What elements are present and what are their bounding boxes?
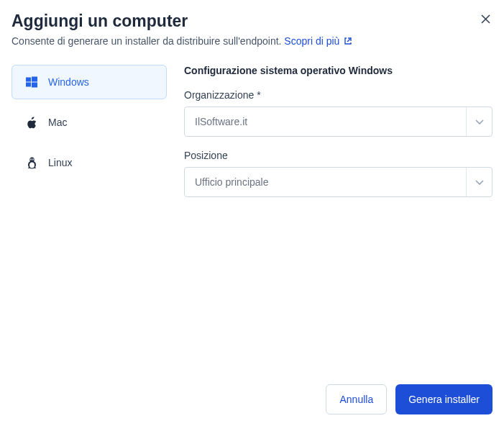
organization-value: IlSoftware.it <box>195 116 247 127</box>
dialog-body: Windows Mac <box>12 65 492 376</box>
position-value: Ufficio principale <box>195 176 268 188</box>
tab-label: Mac <box>48 117 67 128</box>
add-computer-dialog: Aggiungi un computer Consente di generar… <box>0 0 504 426</box>
close-icon <box>481 14 490 24</box>
os-tabs: Windows Mac <box>12 65 167 376</box>
svg-rect-6 <box>32 83 37 88</box>
tab-label: Linux <box>48 157 72 168</box>
learn-more-link[interactable]: Scopri di più <box>284 35 352 47</box>
svg-point-12 <box>31 159 32 160</box>
section-title: Configurazione sistema operativo Windows <box>184 65 492 76</box>
tab-mac[interactable]: Mac <box>12 105 167 140</box>
organization-select[interactable]: IlSoftware.it <box>184 106 492 137</box>
subtitle-text: Consente di generare un installer da dis… <box>12 35 281 47</box>
cancel-button[interactable]: Annulla <box>326 384 387 414</box>
generate-button[interactable]: Genera installer <box>395 384 492 414</box>
position-select[interactable]: Ufficio principale <box>184 167 492 197</box>
svg-rect-4 <box>32 77 37 82</box>
svg-point-13 <box>32 159 33 160</box>
position-label: Posizione <box>184 150 492 161</box>
tab-label: Windows <box>48 76 89 88</box>
cancel-label: Annulla <box>339 394 373 405</box>
organization-label: Organizzazione * <box>184 89 492 101</box>
tab-linux[interactable]: Linux <box>12 145 167 180</box>
tab-windows[interactable]: Windows <box>12 65 167 99</box>
external-link-icon <box>344 36 352 47</box>
apple-icon <box>25 116 38 129</box>
dialog-subtitle: Consente di generare un installer da dis… <box>12 35 492 47</box>
svg-rect-3 <box>26 78 31 82</box>
learn-more-text: Scopri di più <box>284 35 339 47</box>
windows-icon <box>25 76 38 89</box>
dialog-footer: Annulla Genera installer <box>12 376 492 414</box>
config-panel: Configurazione sistema operativo Windows… <box>184 65 492 376</box>
dialog-title: Aggiungi un computer <box>12 12 492 31</box>
close-button[interactable] <box>478 12 492 26</box>
organization-field: Organizzazione * IlSoftware.it <box>184 89 492 137</box>
svg-line-2 <box>347 38 351 42</box>
svg-rect-5 <box>26 83 31 87</box>
chevron-down-icon <box>466 168 492 196</box>
position-field: Posizione Ufficio principale <box>184 150 492 197</box>
linux-icon <box>25 156 38 169</box>
generate-label: Genera installer <box>408 394 480 405</box>
svg-point-9 <box>29 162 35 168</box>
chevron-down-icon <box>466 107 492 136</box>
